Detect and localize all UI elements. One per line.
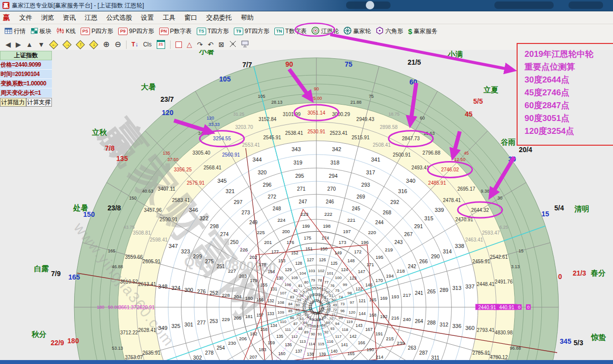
svg-text:244: 244 — [375, 220, 384, 225]
svg-text:3356.25: 3356.25 — [174, 167, 192, 172]
svg-text:121: 121 — [359, 298, 366, 303]
draw-tool-tri-left[interactable]: ◀ — [3, 40, 13, 48]
svg-text:80: 80 — [304, 280, 308, 284]
draw-tool-tri-up[interactable]: ▲ — [24, 40, 36, 48]
draw-tool-zoom-out[interactable]: ⊖ — [112, 40, 124, 48]
toolbar-button-六角形[interactable]: 六角形 — [373, 26, 405, 37]
toolbar-button-9P四方形[interactable]: P99P四方形 — [116, 27, 157, 36]
draw-tool-collapse[interactable] — [227, 40, 239, 49]
draw-tool-dia-right[interactable]: → — [60, 41, 74, 48]
svg-text:225: 225 — [257, 230, 264, 235]
nav-down-icon: ▼ — [38, 41, 44, 48]
svg-text:253: 253 — [210, 319, 218, 324]
svg-text:2613.41: 2613.41 — [138, 282, 157, 287]
draw-tool-cls[interactable]: Cls — [140, 40, 154, 48]
menu-item-8[interactable]: 交易委托 — [202, 12, 236, 23]
draw-tool-box-x[interactable]: ⊠ — [216, 40, 227, 48]
svg-text:66: 66 — [312, 324, 316, 328]
svg-text:88: 88 — [298, 326, 303, 331]
svg-text:92: 92 — [324, 330, 329, 334]
svg-text:242: 242 — [408, 264, 416, 269]
svg-text:320: 320 — [258, 169, 266, 175]
toolbar-button-赢家服务[interactable]: $赢家服务 — [405, 27, 439, 36]
rim-label-秋分: 秋分 — [31, 330, 46, 338]
rim-label-小暑: 小暑 — [199, 50, 214, 55]
menu-item-2[interactable]: 资讯 — [58, 12, 80, 23]
svg-text:15.63: 15.63 — [424, 131, 435, 136]
toolbar-button-T四方形[interactable]: TST四方形 — [194, 27, 231, 36]
svg-text:48: 48 — [327, 307, 331, 311]
menu-item-1[interactable]: 浏览 — [37, 12, 58, 23]
svg-text:96: 96 — [340, 309, 345, 313]
titlebar-blurred-region — [569, 1, 603, 9]
svg-text:94: 94 — [335, 322, 340, 326]
menu-item-6[interactable]: 工具 — [158, 12, 180, 23]
svg-text:175: 175 — [304, 236, 311, 241]
rim-label-5/5: 5/5 — [473, 97, 483, 105]
svg-text:172: 172 — [354, 249, 361, 254]
svg-text:24: 24 — [321, 306, 325, 310]
toolbar-label: K线 — [66, 27, 76, 36]
title-bar[interactable]: 赢 赢家江恩专业版[赢家服务平台] - [上证指数 江恩轮] — [0, 0, 613, 11]
draw-tool-tri-down[interactable]: ▼ — [35, 40, 47, 48]
draw-tool-tri-right[interactable]: ▶ — [13, 40, 24, 48]
menu-item-4[interactable]: 公式选股 — [102, 12, 136, 23]
rim-label-21/3: 21/3 — [572, 269, 586, 277]
draw-tool-screen[interactable] — [239, 40, 251, 49]
menu-item-5[interactable]: 设置 — [136, 12, 158, 23]
svg-text:131: 131 — [270, 286, 277, 291]
svg-text:159: 159 — [267, 340, 275, 345]
toolbar-label: T四方形 — [208, 27, 229, 36]
svg-text:298: 298 — [210, 223, 219, 229]
rotate-ccw-icon: ↶ — [208, 41, 214, 48]
rim-label-345: 345 — [560, 337, 571, 345]
svg-text:146: 146 — [365, 283, 373, 287]
draw-tool-rotate-ccw[interactable]: ↶ — [205, 40, 216, 48]
menu-item-7[interactable]: 窗口 — [180, 12, 202, 23]
draw-tool-calendar[interactable]: 21 — [154, 40, 168, 49]
rim-label-22/9: 22/9 — [50, 339, 64, 347]
dia-down-diamond-icon: ↓ — [89, 40, 98, 49]
chart-area[interactable]: 赢家财富网www.yingjia360.comQQ:10080036012345… — [0, 50, 613, 364]
toolbar-button-K线[interactable]: K线 — [54, 27, 78, 36]
calc-resistance-button[interactable]: 计算阻力 — [0, 98, 26, 107]
svg-text:2568.41: 2568.41 — [204, 165, 222, 170]
draw-tool-t-down[interactable]: T↓ — [129, 40, 140, 48]
svg-text:275: 275 — [205, 259, 214, 264]
toolbar-button-T数字表[interactable]: TNT数字表 — [272, 27, 309, 36]
svg-text:156: 156 — [257, 297, 264, 302]
svg-text:344: 344 — [253, 157, 262, 162]
svg-text:6.25: 6.25 — [499, 225, 508, 230]
svg-text:300: 300 — [184, 287, 193, 293]
svg-text:152: 152 — [291, 250, 299, 255]
note-line-1: 重要点位测算 — [525, 61, 613, 74]
draw-tool-dia-down[interactable]: ↓ — [87, 41, 100, 48]
svg-text:2463.41: 2463.41 — [465, 237, 483, 243]
svg-text:33.33: 33.33 — [209, 122, 220, 127]
menu-item-0[interactable]: 文件 — [15, 12, 37, 23]
toolbar-button-行情[interactable]: 行情 — [2, 27, 28, 36]
svg-text:117: 117 — [335, 334, 342, 339]
toolbar-button-江恩轮[interactable]: 江恩轮 — [309, 26, 341, 37]
draw-tool-zoom-in[interactable]: ⊕ — [100, 40, 112, 48]
toolbar-label: P四方形 — [91, 27, 113, 36]
draw-tool-rotate-cw[interactable]: ↷ — [195, 40, 206, 48]
toolbar-button-赢家轮[interactable]: 赢家轮 — [341, 26, 373, 37]
draw-tool-square[interactable] — [173, 41, 184, 48]
menu-item-3[interactable]: 江恩 — [80, 12, 102, 23]
svg-text:85: 85 — [288, 309, 293, 313]
calc-support-button[interactable]: 计算支撑 — [26, 98, 52, 107]
toolbar-button-P数字表[interactable]: PNP数字表 — [157, 27, 194, 36]
draw-tool-dia-left[interactable]: ← — [47, 41, 60, 48]
draw-tool-triangle[interactable]: △ — [184, 40, 195, 48]
svg-text:218: 218 — [397, 269, 405, 274]
toolbar-button-P四方形[interactable]: PSP四方形 — [78, 27, 116, 36]
svg-text:111: 111 — [285, 327, 291, 332]
toolbar-button-板块[interactable]: 板块 — [28, 27, 54, 36]
menu-item-9[interactable]: 帮助 — [236, 12, 258, 23]
svg-text:145: 145 — [369, 297, 377, 302]
draw-tool-dia-up[interactable]: ↑ — [74, 41, 87, 48]
toolbar-button-9T四方形[interactable]: T99T四方形 — [231, 27, 272, 36]
svg-text:50: 50 — [332, 298, 336, 302]
toolbar-label: 江恩轮 — [321, 27, 339, 36]
